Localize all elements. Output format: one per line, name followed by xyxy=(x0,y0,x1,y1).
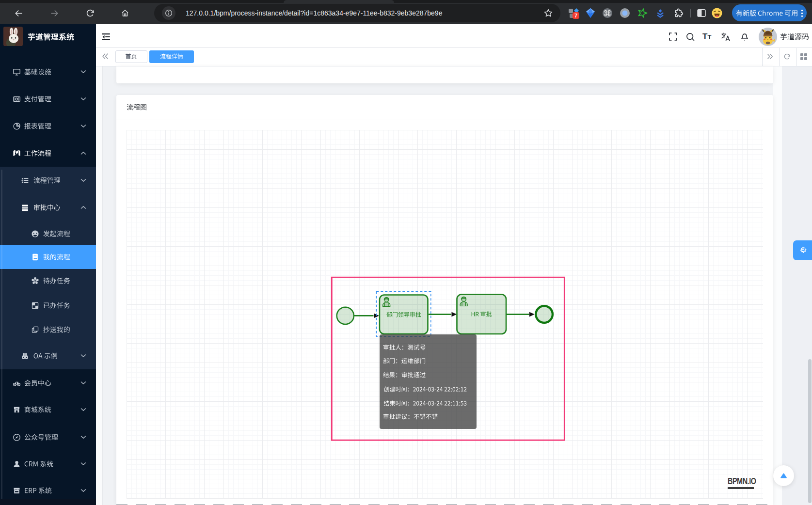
svg-text:7: 7 xyxy=(574,13,577,18)
